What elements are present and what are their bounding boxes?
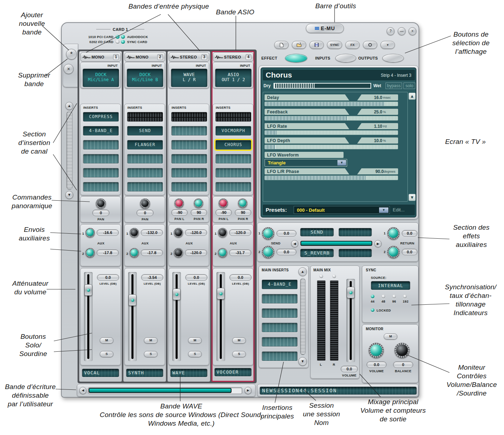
mute-button[interactable]: M: [188, 337, 202, 343]
main-inserts-scroll-down-icon[interactable]: ▼: [298, 357, 307, 366]
fx-button[interactable]: FX: [345, 41, 360, 49]
fader-track[interactable]: [128, 272, 137, 361]
param-row[interactable]: LFO L/R Phase 90.0 degrees: [265, 168, 398, 174]
strip-scrollbar[interactable]: ▲ ▼: [64, 102, 75, 200]
scribble-strip[interactable]: WAVE: [170, 369, 207, 377]
insert-slot[interactable]: [171, 182, 207, 192]
monitor-mute-button[interactable]: M: [384, 333, 397, 340]
param-slider[interactable]: [265, 176, 398, 180]
tv-scroll-down-icon[interactable]: ▼: [409, 194, 416, 201]
bypass-button[interactable]: bypass: [386, 83, 402, 89]
param-row[interactable]: Feedback 25.0 %: [265, 109, 398, 115]
aux-send2-knob[interactable]: [262, 246, 274, 258]
param-row[interactable]: LFO Rate 1.10 Hz: [265, 123, 398, 129]
aux2-value[interactable]: -17.8: [141, 249, 163, 256]
insert-meter-slot[interactable]: [171, 112, 207, 122]
pan-left-knob[interactable]: [219, 198, 228, 208]
scroll-down-icon[interactable]: ▼: [65, 191, 73, 199]
monitor-volume-knob[interactable]: [369, 343, 384, 358]
tv-scroll-up-icon[interactable]: ▲: [409, 93, 416, 100]
fader-track[interactable]: [216, 272, 225, 361]
insert-slot[interactable]: [215, 182, 251, 192]
sync-source-display[interactable]: INTERNAL: [371, 281, 410, 290]
aux2-value[interactable]: -31.7: [229, 249, 251, 256]
monitor-volume-value[interactable]: 0.0: [367, 361, 387, 368]
preset-select[interactable]: 000 - Default ▼: [294, 206, 390, 214]
effect-solo-button[interactable]: solo: [403, 83, 415, 89]
solo-button[interactable]: S: [188, 351, 202, 357]
pan-left-knob[interactable]: [174, 198, 184, 208]
aux2-knob[interactable]: [130, 248, 139, 257]
strip-header[interactable]: MONO 2: [125, 52, 165, 61]
help-button[interactable]: ?: [387, 27, 395, 35]
mute-button[interactable]: M: [232, 337, 246, 343]
aux1-value[interactable]: -120.0: [185, 229, 207, 236]
pan-knob[interactable]: [140, 198, 150, 209]
aux-bus1-display[interactable]: SEND: [300, 228, 334, 237]
aux-return2-knob[interactable]: [387, 246, 400, 258]
close-button[interactable]: ×: [409, 27, 416, 35]
pan-left-value[interactable]: -90: [215, 209, 232, 216]
pan-right-knob[interactable]: [194, 198, 203, 208]
level-value[interactable]: -3.54: [141, 274, 163, 281]
aux2-value[interactable]: -17.8: [97, 249, 119, 256]
scroll-up-icon[interactable]: ▲: [65, 102, 73, 110]
aux1-value[interactable]: -120.0: [229, 229, 251, 236]
main-insert-slot[interactable]: [262, 323, 298, 332]
aux-right-arrow-icon[interactable]: ▶: [374, 240, 382, 247]
fader-handle[interactable]: [173, 289, 181, 300]
aux-send2-value[interactable]: 0.0: [276, 249, 297, 255]
pan-value[interactable]: 0: [92, 210, 109, 216]
hscroll-thumb[interactable]: [89, 388, 232, 393]
insert-slot[interactable]: [215, 154, 251, 164]
aux1-knob[interactable]: [130, 228, 139, 237]
record-button[interactable]: [363, 41, 377, 49]
scribble-strip[interactable]: VOCODER: [214, 368, 252, 376]
delete-strip-button[interactable]: ×: [64, 64, 74, 74]
scribble-strip[interactable]: SYNTH: [126, 369, 163, 377]
insert-slot[interactable]: [127, 182, 163, 192]
pan-value[interactable]: 0: [136, 210, 154, 216]
solo-button[interactable]: S: [232, 351, 246, 357]
pan-right-value[interactable]: 90: [191, 209, 207, 216]
mute-button[interactable]: M: [100, 337, 113, 343]
param-row[interactable]: LFO Depth 10.0 %: [265, 137, 398, 144]
aux2-value[interactable]: -120.0: [185, 249, 207, 256]
main-inserts-scroll-up-icon[interactable]: ▲: [298, 267, 307, 276]
monitor-balance-value[interactable]: 0: [393, 361, 413, 368]
hscroll-right-icon[interactable]: ▶: [244, 387, 252, 394]
insert-slot[interactable]: 4-BAND_E: [83, 126, 119, 136]
param-slider[interactable]: [265, 102, 398, 106]
scrollbar-track[interactable]: [66, 111, 73, 190]
insert-slot[interactable]: [83, 154, 119, 164]
insert-slot[interactable]: FLANGER: [127, 140, 163, 150]
main-insert-slot[interactable]: [262, 294, 298, 304]
input-display[interactable]: DOCK Mic/Line A: [83, 69, 119, 87]
main-insert-slot[interactable]: [262, 351, 298, 361]
aux-send1-value[interactable]: 0.0: [276, 230, 297, 237]
insert-slot[interactable]: COMPRESS: [83, 112, 119, 122]
level-value[interactable]: 0.0: [97, 274, 119, 281]
add-strip-button[interactable]: *: [66, 49, 77, 60]
insert-slot[interactable]: [171, 154, 207, 164]
aux2-knob[interactable]: [218, 248, 227, 257]
aux-return2-value[interactable]: 0.0: [402, 249, 417, 255]
fader-handle[interactable]: [84, 284, 92, 296]
aux-left-arrow-icon[interactable]: ◀: [291, 240, 298, 247]
scribble-strip[interactable]: VOCAL: [82, 369, 119, 377]
fader-handle[interactable]: [129, 294, 136, 306]
effect-view-button[interactable]: [285, 54, 307, 62]
param-row[interactable]: Delay 16.0 msec: [265, 94, 398, 100]
main-insert-slot[interactable]: [262, 337, 298, 347]
input-display[interactable]: ASIO OUT 1 / 2: [215, 69, 252, 87]
fader-handle[interactable]: [217, 288, 225, 299]
aux-bus2-display[interactable]: S_REVERB: [300, 249, 334, 257]
insert-slot[interactable]: [83, 182, 119, 192]
insert-slot[interactable]: [215, 168, 251, 178]
aux-return1-value[interactable]: 0.0: [402, 230, 417, 237]
solo-button[interactable]: S: [100, 351, 113, 357]
insert-slot[interactable]: [171, 126, 207, 136]
sync-settings-button[interactable]: SYNC: [327, 41, 342, 49]
aux-return1-knob[interactable]: [387, 227, 400, 239]
strip-header[interactable]: MONO 1: [80, 52, 121, 61]
